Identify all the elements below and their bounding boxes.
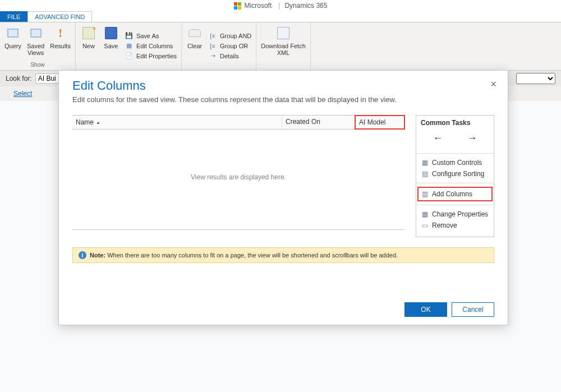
edit-columns-icon: ▦ bbox=[125, 42, 133, 50]
download-icon bbox=[275, 25, 292, 41]
dialog-subtitle: Edit columns for the saved view. These c… bbox=[72, 95, 494, 104]
configure-sorting-label: Configure Sorting bbox=[432, 170, 484, 178]
grid-placeholder: View results are displayed here. bbox=[72, 130, 404, 225]
ribbon: Query Saved Views ! Results Show New Sav… bbox=[0, 22, 561, 71]
ribbon-group-show: Query Saved Views ! Results Show bbox=[0, 22, 76, 70]
dialog-title: Edit Columns bbox=[72, 79, 494, 93]
details-button[interactable]: ⇢ Details bbox=[209, 52, 251, 60]
add-columns-label: Add Columns bbox=[432, 190, 472, 198]
group-and-icon: [≡ bbox=[209, 32, 217, 40]
microsoft-logo-icon bbox=[234, 2, 241, 10]
grid-bottom-divider bbox=[72, 229, 404, 230]
remove-button[interactable]: ▭ Remove bbox=[421, 220, 489, 231]
add-columns-icon: ▥ bbox=[421, 190, 429, 198]
save-as-icon: 💾 bbox=[125, 32, 133, 40]
download-fetchxml-button[interactable]: Download Fetch XML bbox=[261, 25, 306, 67]
ribbon-group-debug: Download Fetch XML bbox=[256, 22, 311, 70]
group-and-button[interactable]: [≡ Group AND bbox=[209, 32, 251, 40]
new-icon bbox=[80, 25, 97, 41]
column-header-created-on[interactable]: Created On bbox=[282, 116, 355, 129]
ok-button[interactable]: OK bbox=[404, 302, 447, 317]
column-header-name[interactable]: Name ▲ bbox=[72, 116, 282, 129]
move-right-button[interactable]: → bbox=[464, 131, 481, 145]
save-menu: 💾 Save As ▦ Edit Columns 📄 Edit Properti… bbox=[125, 25, 177, 67]
microsoft-brand: Microsoft bbox=[234, 2, 272, 10]
note-label: Note: bbox=[90, 252, 105, 259]
group-and-label: Group AND bbox=[220, 33, 251, 39]
saved-views-label: Saved Views bbox=[27, 43, 44, 56]
saved-views-icon bbox=[27, 25, 44, 41]
change-properties-icon: ▦ bbox=[421, 210, 429, 218]
new-button[interactable]: New bbox=[80, 25, 97, 67]
edit-properties-button[interactable]: 📄 Edit Properties bbox=[125, 52, 177, 60]
saved-views-button[interactable]: Saved Views bbox=[27, 25, 44, 61]
results-label: Results bbox=[50, 43, 71, 49]
configure-sorting-button[interactable]: ▤ Configure Sorting bbox=[421, 168, 489, 179]
tab-file[interactable]: FILE bbox=[0, 11, 27, 22]
change-properties-button[interactable]: ▦ Change Properties bbox=[421, 209, 489, 220]
save-icon bbox=[103, 25, 119, 41]
separator: | bbox=[278, 2, 280, 10]
results-icon: ! bbox=[52, 25, 69, 41]
ribbon-group-show-label: Show bbox=[4, 62, 71, 68]
query-icon bbox=[4, 25, 21, 41]
note-bar: i Note: When there are too many columns … bbox=[72, 247, 494, 263]
save-label: Save bbox=[104, 43, 118, 49]
group-or-icon: [≡ bbox=[209, 42, 217, 50]
divider bbox=[416, 153, 494, 154]
query-button[interactable]: Query bbox=[4, 25, 21, 61]
note-text: When there are too many columns to fit o… bbox=[105, 252, 398, 259]
ribbon-group-query: Clear [≡ Group AND [≡ Group OR ⇢ Details bbox=[182, 22, 256, 70]
microsoft-label: Microsoft bbox=[245, 2, 272, 10]
remove-label: Remove bbox=[432, 222, 457, 229]
save-as-label: Save As bbox=[136, 33, 159, 39]
clear-icon bbox=[186, 25, 203, 41]
save-button[interactable]: Save bbox=[103, 25, 119, 67]
edit-columns-dialog: × Edit Columns Edit columns for the save… bbox=[58, 70, 508, 325]
edit-columns-label: Edit Columns bbox=[136, 43, 173, 49]
look-for-dropdown[interactable] bbox=[516, 73, 555, 84]
common-tasks-title: Common Tasks bbox=[421, 119, 489, 127]
info-icon: i bbox=[79, 251, 86, 259]
new-label: New bbox=[82, 43, 95, 49]
results-button[interactable]: ! Results bbox=[50, 25, 71, 61]
divider bbox=[416, 183, 494, 183]
dialog-buttons: OK Cancel bbox=[404, 302, 494, 317]
details-label: Details bbox=[220, 53, 239, 59]
app-header: Microsoft | Dynamics 365 bbox=[0, 0, 561, 11]
columns-grid: Name ▲ Created On AI Model View results … bbox=[72, 115, 404, 237]
ribbon-tabs: FILE ADVANCED FIND bbox=[0, 11, 561, 22]
grid-header: Name ▲ Created On AI Model bbox=[72, 115, 404, 130]
look-for-label: Look for: bbox=[6, 75, 32, 82]
tab-advanced-find[interactable]: ADVANCED FIND bbox=[27, 11, 92, 22]
custom-controls-label: Custom Controls bbox=[432, 159, 482, 167]
configure-sorting-icon: ▤ bbox=[421, 170, 429, 178]
select-link[interactable]: Select bbox=[13, 90, 32, 98]
group-or-label: Group OR bbox=[220, 43, 248, 49]
edit-columns-button[interactable]: ▦ Edit Columns bbox=[125, 42, 177, 50]
column-header-ai-model[interactable]: AI Model bbox=[355, 115, 405, 130]
download-label: Download Fetch XML bbox=[261, 43, 306, 56]
edit-properties-icon: 📄 bbox=[125, 52, 133, 60]
custom-controls-button[interactable]: ▦ Custom Controls bbox=[421, 157, 489, 168]
divider bbox=[416, 205, 494, 205]
clear-label: Clear bbox=[187, 43, 202, 49]
group-or-button[interactable]: [≡ Group OR bbox=[209, 42, 251, 50]
change-properties-label: Change Properties bbox=[432, 210, 488, 218]
column-header-name-label: Name bbox=[76, 118, 94, 126]
save-as-button[interactable]: 💾 Save As bbox=[125, 32, 177, 40]
remove-icon: ▭ bbox=[421, 222, 429, 229]
sort-asc-icon: ▲ bbox=[96, 120, 100, 125]
custom-controls-icon: ▦ bbox=[421, 159, 429, 167]
clear-button[interactable]: Clear bbox=[186, 25, 203, 67]
product-label: Dynamics 365 bbox=[284, 2, 327, 10]
query-label: Query bbox=[4, 43, 21, 49]
close-icon[interactable]: × bbox=[490, 79, 496, 90]
details-icon: ⇢ bbox=[209, 52, 217, 60]
cancel-button[interactable]: Cancel bbox=[452, 302, 494, 317]
common-tasks-panel: Common Tasks ← → ▦ Custom Controls ▤ Con… bbox=[416, 115, 494, 237]
edit-properties-label: Edit Properties bbox=[136, 53, 177, 59]
move-left-button[interactable]: ← bbox=[430, 131, 447, 145]
add-columns-button[interactable]: ▥ Add Columns bbox=[417, 187, 493, 201]
group-menu: [≡ Group AND [≡ Group OR ⇢ Details bbox=[209, 25, 251, 67]
